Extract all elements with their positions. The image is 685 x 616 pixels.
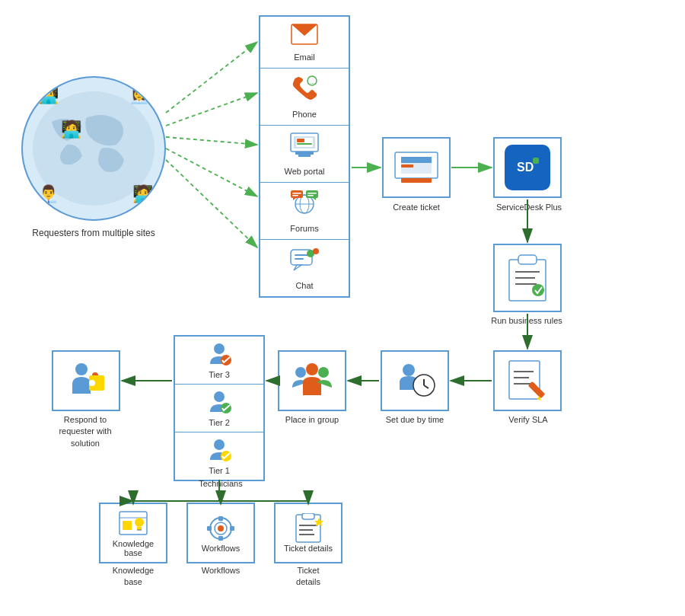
svg-rect-18: [292, 195, 298, 196]
ticket-details-label-ext: Ticketdetails: [274, 565, 342, 589]
svg-line-88: [166, 42, 257, 113]
svg-rect-17: [292, 193, 301, 194]
tier3-label: Tier 3: [209, 370, 230, 379]
channel-email: Email: [260, 17, 349, 69]
svg-point-56: [318, 367, 329, 378]
channel-box: Email ... Phone: [259, 15, 350, 298]
channel-forums: Forums: [260, 183, 349, 240]
respond-box: [52, 350, 120, 411]
email-icon: [291, 24, 318, 49]
svg-point-54: [295, 367, 306, 378]
svg-marker-25: [294, 265, 301, 270]
tier1-item: Tier 1: [175, 432, 263, 480]
workflows-label-ext: Workflows: [186, 565, 255, 576]
svg-rect-8: [298, 155, 311, 157]
svg-point-55: [306, 363, 318, 375]
knowledge-base-label: Knowledgebase: [99, 565, 167, 589]
tier2-item: Tier 2: [175, 385, 263, 432]
svg-rect-21: [307, 193, 317, 194]
tier1-label: Tier 1: [209, 466, 230, 475]
svg-rect-69: [123, 521, 132, 530]
forums-icon: [289, 189, 320, 220]
servicedesk-label: ServiceDesk Plus: [484, 202, 574, 213]
svg-rect-39: [518, 255, 537, 264]
business-rules-box: [493, 244, 562, 312]
svg-text:SD: SD: [517, 161, 534, 174]
svg-point-59: [214, 391, 225, 402]
svg-point-61: [214, 439, 225, 450]
tier2-label: Tier 2: [209, 418, 230, 427]
svg-rect-20: [306, 190, 318, 198]
svg-rect-32: [401, 157, 432, 163]
place-group-box: [278, 350, 346, 411]
servicedesk-box: SD: [493, 137, 562, 198]
svg-rect-33: [401, 164, 413, 168]
svg-rect-71: [137, 527, 142, 530]
technicians-label: Technicians: [183, 478, 259, 490]
svg-text:...: ...: [310, 78, 315, 85]
tier3-item: Tier 3: [175, 337, 263, 385]
svg-rect-75: [218, 516, 223, 521]
verify-sla-box: [493, 350, 562, 411]
webportal-icon: [289, 132, 320, 163]
channel-webportal: Web portal: [260, 126, 349, 183]
diagram: 🧑‍💻 👩‍💼 🧑‍💻 👨‍💼 🧑‍💻 Requesters from mult…: [0, 0, 685, 616]
svg-line-92: [166, 160, 257, 247]
svg-point-63: [75, 363, 88, 375]
svg-rect-12: [297, 143, 312, 145]
technicians-box: Tier 3 Tier 2 Tier 1: [174, 335, 265, 481]
knowledge-box: Knowledge base: [99, 503, 167, 563]
business-rules-label: Run business rules: [481, 315, 572, 327]
svg-point-57: [214, 343, 225, 354]
channel-chat: Chat: [260, 240, 349, 296]
svg-rect-27: [295, 258, 304, 260]
svg-rect-11: [297, 139, 304, 142]
svg-line-90: [166, 137, 257, 145]
svg-rect-81: [302, 513, 314, 519]
knowledge-label: Knowledge base: [105, 539, 161, 557]
svg-point-65: [89, 380, 95, 386]
svg-point-70: [135, 518, 144, 527]
set-due-label: Set due by time: [373, 414, 457, 426]
svg-marker-23: [313, 198, 316, 200]
svg-rect-34: [401, 178, 432, 183]
svg-rect-16: [291, 190, 303, 198]
workflows-box: Workflows: [186, 503, 255, 563]
phone-icon: ...: [291, 75, 318, 106]
svg-rect-76: [218, 536, 223, 541]
svg-point-66: [98, 375, 104, 381]
channel-phone: ... Phone: [260, 69, 349, 126]
svg-rect-22: [307, 195, 314, 196]
svg-point-79: [218, 525, 224, 531]
place-group-label: Place in group: [272, 414, 352, 426]
create-ticket-box: [382, 137, 451, 198]
svg-marker-19: [293, 198, 296, 200]
svg-rect-78: [230, 526, 234, 531]
svg-rect-44: [509, 361, 540, 399]
create-ticket-label: Create ticket: [371, 202, 461, 213]
ticket-details-label: Ticket details: [284, 544, 333, 553]
svg-rect-77: [207, 526, 212, 531]
workflows-label: Workflows: [202, 544, 241, 553]
svg-rect-37: [533, 158, 539, 164]
verify-sla-label: Verify SLA: [498, 414, 559, 426]
ticket-details-box: Ticket details: [274, 503, 342, 563]
svg-line-91: [166, 148, 257, 196]
respond-label: Respond torequester withRespond to reque…: [40, 414, 131, 449]
svg-point-29: [313, 248, 319, 254]
svg-line-89: [166, 93, 257, 126]
svg-rect-26: [295, 254, 308, 256]
svg-rect-7: [295, 152, 314, 155]
set-due-box: [381, 350, 449, 411]
chat-icon: [289, 246, 320, 277]
svg-point-43: [532, 284, 544, 296]
requesters-circle: 🧑‍💻 👩‍💼 🧑‍💻 👨‍💼 🧑‍💻: [21, 76, 166, 221]
requesters-label: Requesters from multiple sites: [21, 227, 166, 240]
svg-point-50: [403, 364, 415, 376]
